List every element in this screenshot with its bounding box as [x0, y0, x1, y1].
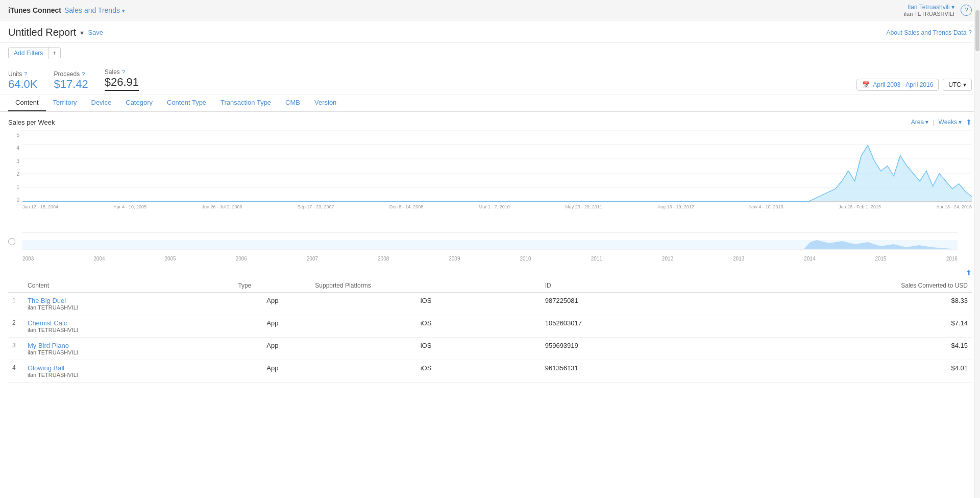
- about-link[interactable]: About Sales and Trends Data: [887, 29, 967, 36]
- y-label-3: 3: [8, 158, 19, 164]
- col-platforms: Supported Platforms: [311, 279, 541, 293]
- report-title-caret[interactable]: ▾: [80, 29, 84, 37]
- add-filters-button[interactable]: Add Filters: [9, 48, 48, 59]
- weeks-button[interactable]: Weeks ▾: [939, 118, 962, 126]
- content-name-link[interactable]: Glowing Ball: [28, 364, 230, 372]
- user-name[interactable]: Ilan Tetruashvili ▾: [904, 4, 954, 11]
- row-platform: iOS: [311, 338, 541, 360]
- tab-cmb[interactable]: CMB: [278, 94, 307, 111]
- report-header: Untitled Report ▾ Save About Sales and T…: [0, 20, 980, 43]
- row-type: App: [234, 293, 311, 315]
- row-content: Glowing Ball ilan TETRUASHVILI: [23, 360, 234, 383]
- content-table: Content Type Supported Platforms ID Sale…: [8, 279, 972, 383]
- date-range-section: 📅 April 2003 - April 2016 UTC ▾: [856, 79, 972, 91]
- timeline-section: 2003 2004 2005 2006 2007 2008 2009 2010 …: [22, 232, 958, 263]
- main-chart: 5 4 3 2 1 0: [8, 130, 972, 232]
- row-type: App: [234, 338, 311, 360]
- sales-question[interactable]: ?: [122, 69, 125, 75]
- timeline-circle[interactable]: [8, 238, 15, 245]
- row-number: 3: [8, 338, 23, 360]
- content-name-link[interactable]: The Big Duel: [28, 297, 230, 304]
- row-content: My Bird Piano ilan TETRUASHVILI: [23, 338, 234, 360]
- nav-section[interactable]: Sales and Trends ▾: [64, 6, 125, 14]
- row-content: Chemist Calc ilan TETRUASHVILI: [23, 315, 234, 338]
- chart-header: Sales per Week Area ▾ | Weeks ▾ ⬆: [8, 118, 972, 126]
- date-range-button[interactable]: 📅 April 2003 - April 2016: [856, 79, 939, 91]
- col-id: ID: [541, 279, 703, 293]
- report-title: Untitled Report: [8, 27, 76, 38]
- y-label-5: 5: [8, 132, 19, 138]
- area-button[interactable]: Area ▾: [911, 118, 928, 126]
- table-body: 1 The Big Duel ilan TETRUASHVILI App iOS…: [8, 293, 972, 383]
- y-label-0: 0: [8, 197, 19, 203]
- proceeds-question[interactable]: ?: [82, 71, 85, 77]
- y-label-2: 2: [8, 171, 19, 177]
- col-type: Type: [234, 279, 311, 293]
- content-name-link[interactable]: My Bird Piano: [28, 342, 230, 349]
- table-row: 3 My Bird Piano ilan TETRUASHVILI App iO…: [8, 338, 972, 360]
- row-number: 2: [8, 315, 23, 338]
- timeline-svg: [22, 236, 958, 254]
- timeline-x-labels: 2003 2004 2005 2006 2007 2008 2009 2010 …: [22, 256, 958, 262]
- sales-metric: Sales ? $26.91: [105, 68, 139, 91]
- proceeds-metric: Proceeds ? $17.42: [54, 70, 88, 91]
- table-row: 4 Glowing Ball ilan TETRUASHVILI App iOS…: [8, 360, 972, 383]
- user-info: Ilan Tetruashvili ▾ ilan TETRUASHVILI: [904, 4, 954, 17]
- table-upload-button[interactable]: ⬆: [966, 269, 972, 277]
- scrollbar-thumb[interactable]: [975, 10, 979, 51]
- report-header-left: Untitled Report ▾ Save: [8, 27, 103, 38]
- row-id: 959693919: [541, 338, 703, 360]
- row-id: 1052603017: [541, 315, 703, 338]
- nav-left: iTunes Connect Sales and Trends ▾: [8, 6, 125, 14]
- proceeds-label: Proceeds ?: [54, 70, 88, 78]
- about-section: About Sales and Trends Data ?: [887, 29, 972, 36]
- sales-label: Sales ?: [105, 68, 139, 76]
- about-question[interactable]: ?: [968, 29, 972, 36]
- scrollbar[interactable]: [974, 0, 980, 387]
- content-name-link[interactable]: Chemist Calc: [28, 319, 230, 327]
- chart-svg: [22, 130, 972, 202]
- units-metric: Units ? 64.0K: [8, 70, 38, 91]
- sales-value: $26.91: [105, 76, 139, 91]
- tab-content-type[interactable]: Content Type: [160, 94, 213, 111]
- cal-icon: 📅: [862, 81, 870, 88]
- y-label-1: 1: [8, 184, 19, 190]
- col-content: Content: [23, 279, 234, 293]
- col-num: [8, 279, 23, 293]
- row-sales: $4.15: [703, 338, 972, 360]
- content-sub: ilan TETRUASHVILI: [28, 327, 230, 333]
- col-sales: Sales Converted to USD: [703, 279, 972, 293]
- chart-controls: Area ▾ | Weeks ▾ ⬆: [911, 118, 972, 126]
- row-platform: iOS: [311, 360, 541, 383]
- tab-content[interactable]: Content: [8, 94, 46, 111]
- proceeds-value: $17.42: [54, 78, 88, 91]
- table-upload-row: ⬆: [8, 267, 972, 279]
- chart-title: Sales per Week: [8, 118, 55, 126]
- tab-version[interactable]: Version: [307, 94, 344, 111]
- help-button[interactable]: ?: [961, 5, 972, 16]
- add-filters-group: Add Filters +: [8, 47, 61, 59]
- brand-label: iTunes Connect: [8, 6, 61, 14]
- tab-transaction-type[interactable]: Transaction Type: [213, 94, 278, 111]
- units-value: 64.0K: [8, 78, 38, 91]
- metrics-row: Units ? 64.0K Proceeds ? $17.42 Sales ? …: [0, 63, 980, 94]
- tab-territory[interactable]: Territory: [46, 94, 84, 111]
- row-sales: $8.33: [703, 293, 972, 315]
- table-row: 1 The Big Duel ilan TETRUASHVILI App iOS…: [8, 293, 972, 315]
- content-sub: ilan TETRUASHVILI: [28, 349, 230, 355]
- units-label: Units ?: [8, 70, 38, 78]
- tab-category[interactable]: Category: [118, 94, 160, 111]
- row-number: 4: [8, 360, 23, 383]
- add-filters-arrow-button[interactable]: +: [48, 48, 60, 59]
- row-type: App: [234, 315, 311, 338]
- row-content: The Big Duel ilan TETRUASHVILI: [23, 293, 234, 315]
- tab-device[interactable]: Device: [84, 94, 119, 111]
- row-id: 961356131: [541, 360, 703, 383]
- row-type: App: [234, 360, 311, 383]
- chart-upload-button[interactable]: ⬆: [966, 118, 972, 126]
- save-button[interactable]: Save: [88, 29, 103, 36]
- content-sub: ilan TETRUASHVILI: [28, 372, 230, 378]
- table-row: 2 Chemist Calc ilan TETRUASHVILI App iOS…: [8, 315, 972, 338]
- timezone-button[interactable]: UTC ▾: [943, 79, 972, 91]
- units-question[interactable]: ?: [24, 71, 27, 77]
